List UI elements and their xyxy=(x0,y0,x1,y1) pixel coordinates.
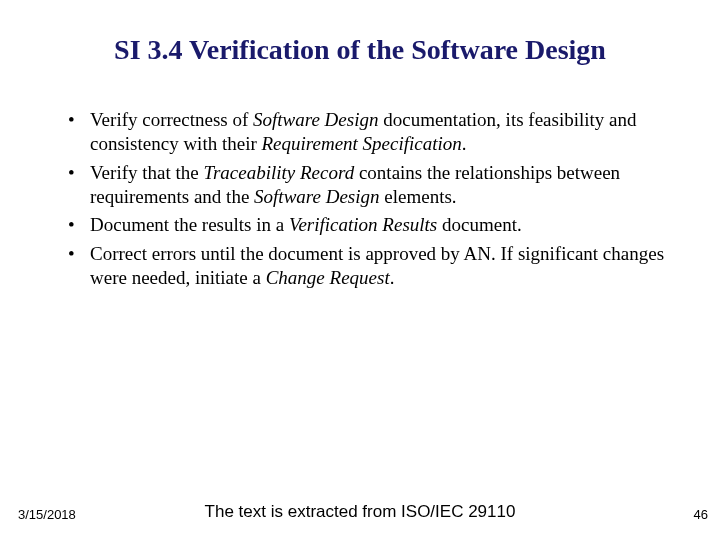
text-run: Verify correctness of xyxy=(90,109,253,130)
footer-page-number: 46 xyxy=(694,507,708,522)
slide-title: SI 3.4 Verification of the Software Desi… xyxy=(40,34,680,66)
list-item: Verify correctness of Software Design do… xyxy=(68,108,680,157)
italic-run: Traceability Record xyxy=(203,162,354,183)
italic-run: Verification Results xyxy=(289,214,437,235)
text-run: . xyxy=(462,133,467,154)
text-run: . xyxy=(390,267,395,288)
italic-run: Software Design xyxy=(254,186,379,207)
list-item: Document the results in a Verification R… xyxy=(68,213,680,237)
list-item: Verify that the Traceability Record cont… xyxy=(68,161,680,210)
bullet-list: Verify correctness of Software Design do… xyxy=(40,108,680,290)
italic-run: Requirement Specification xyxy=(262,133,462,154)
text-run: Document the results in a xyxy=(90,214,289,235)
italic-run: Change Request xyxy=(266,267,390,288)
text-run: document. xyxy=(437,214,521,235)
italic-run: Software Design xyxy=(253,109,378,130)
footer-note: The text is extracted from ISO/IEC 29110 xyxy=(0,502,720,522)
text-run: elements. xyxy=(380,186,457,207)
slide: SI 3.4 Verification of the Software Desi… xyxy=(0,0,720,540)
text-run: Verify that the xyxy=(90,162,203,183)
list-item: Correct errors until the document is app… xyxy=(68,242,680,291)
